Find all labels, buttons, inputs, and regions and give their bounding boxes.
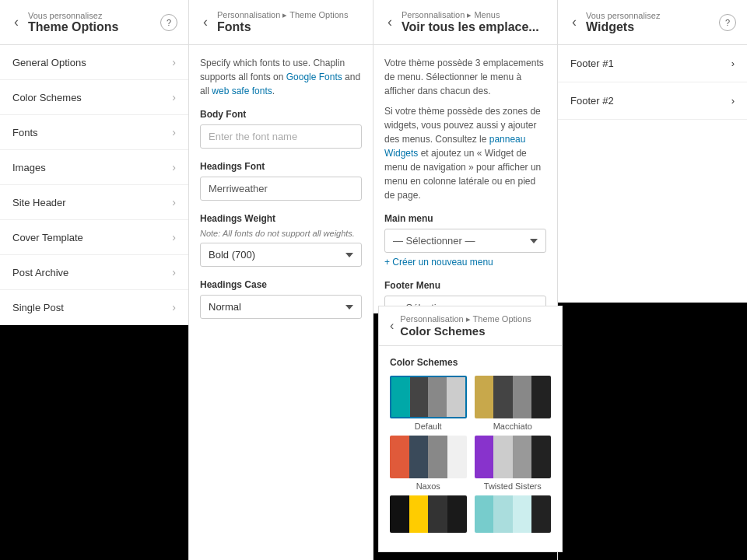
chevron-right-icon: › — [172, 91, 176, 103]
widget-footer-1[interactable]: Footer #1 › — [558, 45, 747, 82]
swatch-twisted-sisters[interactable]: Twisted Sisters — [475, 436, 552, 491]
swatch-color — [513, 376, 532, 418]
panel2-header-content: Personnalisation ▸ Theme Options Fonts — [217, 10, 362, 34]
panel1-nav: General Options › Color Schemes › Fonts … — [0, 45, 188, 325]
swatch-label: Naxos — [390, 481, 467, 491]
chevron-right-icon: › — [172, 231, 176, 243]
swatches-row-2: Naxos Twisted Sisters — [390, 436, 551, 491]
chevron-right-icon: › — [731, 95, 735, 107]
swatch-color — [447, 495, 467, 533]
swatch-color — [493, 495, 513, 533]
swatch-naxos-box — [390, 436, 467, 478]
fonts-intro: Specify which fonts to use. Chaplin supp… — [200, 56, 362, 98]
nav-item-post-archive[interactable]: Post Archive › — [0, 255, 188, 290]
swatch-color — [428, 377, 447, 417]
chevron-right-icon: › — [172, 56, 176, 68]
swatch-default[interactable]: Default — [390, 376, 467, 431]
swatch-color — [391, 377, 410, 417]
panel2-back-button[interactable]: ‹ — [200, 12, 211, 32]
color-schemes-subpanel: ‹ Personnalisation ▸ Theme Options Color… — [378, 306, 563, 552]
main-menu-select[interactable]: — Sélectionner — — [384, 229, 546, 253]
main-menu-create-link[interactable]: + Créer un nouveau menu — [384, 257, 546, 268]
panel3-back-button[interactable]: ‹ — [384, 12, 395, 32]
headings-weight-group: Headings Weight Note: All fonts do not s… — [200, 213, 362, 267]
headings-weight-select[interactable]: Thin (100) Light (300) Normal (400) Bold… — [200, 243, 362, 267]
swatches-row-1: Default Macchiato — [390, 376, 551, 431]
swatch-color — [447, 436, 467, 478]
chevron-right-icon: › — [172, 161, 176, 173]
panel2-header: ‹ Personnalisation ▸ Theme Options Fonts — [189, 0, 373, 45]
web-safe-fonts-link[interactable]: web safe fonts — [212, 86, 272, 96]
headings-case-select[interactable]: Normal Uppercase Lowercase — [200, 295, 362, 319]
panel2-title: Fonts — [217, 20, 362, 34]
swatch-label: Twisted Sisters — [475, 481, 552, 491]
swatch-label: Default — [390, 422, 467, 431]
panel-theme-options: ‹ Vous personnalisez Theme Options ? Gen… — [0, 0, 189, 560]
color-schemes-header: ‹ Personnalisation ▸ Theme Options Color… — [379, 306, 562, 346]
panel3-title: Voir tous les emplace... — [402, 20, 546, 34]
chevron-right-icon: › — [172, 126, 176, 138]
nav-item-site-header[interactable]: Site Header › — [0, 185, 188, 220]
nav-item-general-options[interactable]: General Options › — [0, 45, 188, 80]
panel4-subtitle: Vous personnalisez — [586, 11, 719, 20]
footer-menu-label: Footer Menu — [384, 280, 546, 291]
menus-intro: Votre thème possède 3 emplacements de me… — [384, 56, 546, 202]
panel4-black-area — [558, 303, 747, 560]
swatch-color — [475, 376, 494, 418]
chevron-right-icon: › — [731, 58, 735, 69]
body-font-input[interactable] — [200, 124, 362, 149]
swatch-color — [475, 436, 494, 478]
panel1-help-button[interactable]: ? — [160, 14, 177, 31]
swatch-color — [531, 376, 551, 418]
swatch-label: Macchiato — [475, 422, 552, 431]
swatch-5b-box — [475, 495, 552, 533]
panel1-header-content: Vous personnalisez Theme Options — [28, 11, 160, 34]
headings-font-group: Headings Font — [200, 161, 362, 201]
panel4-back-button[interactable]: ‹ — [569, 12, 580, 32]
main-menu-section: Main menu — Sélectionner — + Créer un no… — [384, 213, 546, 268]
panel2-body: Specify which fonts to use. Chaplin supp… — [189, 45, 373, 560]
nav-item-fonts[interactable]: Fonts › — [0, 115, 188, 150]
nav-item-cover-template[interactable]: Cover Template › — [0, 220, 188, 255]
swatch-twisted-box — [475, 436, 552, 478]
chevron-right-icon: › — [172, 301, 176, 313]
panel1-black-area — [0, 325, 188, 560]
swatch-color — [390, 495, 409, 533]
swatch-naxos[interactable]: Naxos — [390, 436, 467, 491]
color-schemes-back-button[interactable]: ‹ — [390, 319, 394, 333]
headings-weight-label: Headings Weight — [200, 213, 362, 224]
panel2-breadcrumb: Personnalisation ▸ Theme Options — [217, 10, 362, 20]
nav-item-images[interactable]: Images › — [0, 150, 188, 185]
panel4-header: ‹ Vous personnalisez Widgets ? — [558, 0, 747, 45]
swatch-color — [447, 377, 465, 417]
panel3-header: ‹ Personnalisation ▸ Menus Voir tous les… — [374, 0, 557, 45]
swatch-5a-box — [390, 495, 467, 533]
swatch-default-box — [390, 376, 467, 418]
panel4-help-button[interactable]: ? — [719, 14, 736, 31]
nav-item-color-schemes[interactable]: Color Schemes › — [0, 80, 188, 115]
swatch-macchiato-box — [475, 376, 552, 418]
swatch-macchiato[interactable]: Macchiato — [475, 376, 552, 431]
headings-font-input[interactable] — [200, 177, 362, 201]
color-schemes-body: Color Schemes Default — [379, 346, 562, 551]
swatch-color — [390, 436, 409, 478]
color-schemes-section-label: Color Schemes — [390, 357, 551, 368]
headings-case-label: Headings Case — [200, 279, 362, 290]
google-fonts-link[interactable]: Google Fonts — [286, 72, 342, 82]
swatch-color — [428, 436, 447, 478]
panel4-body: Footer #1 › Footer #2 › — [558, 45, 747, 303]
swatch-5a[interactable] — [390, 495, 467, 536]
widget-footer-2[interactable]: Footer #2 › — [558, 82, 747, 120]
color-schemes-breadcrumb: Personnalisation ▸ Theme Options — [400, 314, 531, 324]
swatch-color — [513, 495, 532, 533]
nav-item-single-post[interactable]: Single Post › — [0, 290, 188, 325]
panel-widgets: ‹ Vous personnalisez Widgets ? Footer #1… — [558, 0, 747, 560]
swatch-5b[interactable] — [475, 495, 552, 536]
panel1-title: Theme Options — [28, 20, 160, 34]
headings-case-group: Headings Case Normal Uppercase Lowercase — [200, 279, 362, 319]
swatch-color — [531, 495, 551, 533]
body-font-group: Body Font — [200, 109, 362, 149]
swatch-color — [531, 436, 551, 478]
panel1-subtitle: Vous personnalisez — [28, 11, 160, 20]
panel1-back-button[interactable]: ‹ — [11, 12, 22, 32]
